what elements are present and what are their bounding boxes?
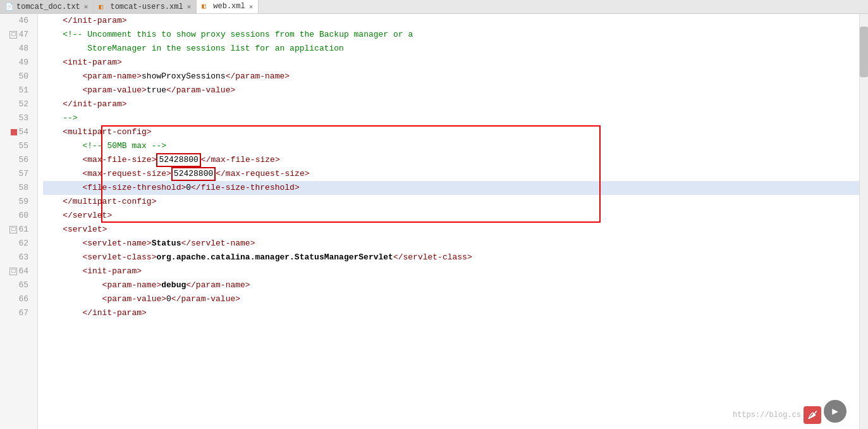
code-line-47: <!-- Uncomment this to show proxy sessio… [43,28,859,42]
code-line-67: </init-param> [43,306,859,320]
line-num-51: 51 [0,84,32,97]
line-num-46: 46 [0,14,32,28]
code-line-53: --> [43,111,859,125]
line-numbers: 46 □ 47 48 49 50 51 52 53 54 55 56 57 58… [0,14,38,429]
fold-icon-47[interactable]: □ [9,31,17,39]
code-content[interactable]: </init-param> <!-- Uncomment this to sho… [38,14,859,429]
code-line-65: <param-name>debug</param-name> [43,278,859,292]
code-line-60: </servlet> [43,209,859,223]
watermark-text: https://blog.cs [733,411,801,420]
line-num-48: 48 [0,42,32,56]
code-line-62: <servlet-name>Status</servlet-name> [43,237,859,251]
line-num-64: □ 64 [0,264,32,278]
code-line-59: </multipart-config> [43,195,859,209]
line-num-55: 55 [0,139,32,153]
fold-icon-64[interactable]: □ [9,268,17,275]
code-line-50: <param-name>showProxySessions</param-nam… [43,70,859,84]
code-line-51: <param-value>true</param-value> [43,84,859,97]
line-num-61: □ 61 [0,223,32,237]
fold-icon-61[interactable]: □ [9,226,17,233]
max-request-size-value: 52428800 [171,167,216,181]
line-num-54: 54 [0,125,32,139]
watermark-icon: 🌶 [804,406,821,424]
tab-tomcat-doc-close[interactable]: ✕ [84,3,89,11]
line-num-58: 58 [0,181,32,195]
line-num-62: 62 [0,237,32,251]
tab-tomcat-users-label: tomcat-users.xml [110,3,183,11]
tab-bar: 📄 tomcat_doc.txt ✕ ◧ tomcat-users.xml ✕ … [0,0,868,14]
xml-icon-2: ◧ [202,2,211,11]
tab-tomcat-users-close[interactable]: ✕ [187,3,192,11]
scrollbar[interactable] [859,14,868,429]
tab-web-xml[interactable]: ◧ web.xml ✕ [197,0,259,13]
code-area: 46 □ 47 48 49 50 51 52 53 54 55 56 57 58… [0,14,868,429]
line-num-57: 57 [0,167,32,181]
scrollbar-thumb[interactable] [860,27,868,77]
code-line-55: <!-- 50MB max --> [43,139,859,153]
code-line-56: <max-file-size>52428800</max-file-size> [43,153,859,167]
code-line-58: <file-size-threshold>0</file-size-thresh… [43,181,859,195]
line-num-56: 56 [0,153,32,167]
xml-icon-1: ◧ [99,3,107,11]
nav-next-button[interactable]: ▶ [824,400,847,423]
code-line-52: </init-param> [43,97,859,111]
code-line-54: <multipart-config> [43,125,859,139]
tab-web-xml-close[interactable]: ✕ [249,3,254,11]
code-line-64: <init-param> [43,264,859,278]
code-line-66: <param-value>0</param-value> [43,292,859,306]
tab-tomcat-users[interactable]: ◧ tomcat-users.xml ✕ [94,0,197,13]
error-mark-54 [11,129,17,135]
code-line-49: <init-param> [43,56,859,70]
max-file-size-value: 52428800 [156,153,200,167]
code-line-57: <max-request-size>52428800</max-request-… [43,167,859,181]
code-line-46: </init-param> [43,14,859,28]
code-line-48: StoreManager in the sessions list for an… [43,42,859,56]
tab-tomcat-doc-label: tomcat_doc.txt [16,3,80,11]
code-line-63: <servlet-class>org.apache.catalina.manag… [43,251,859,264]
line-num-47: □ 47 [0,28,32,42]
line-num-65: 65 [0,278,32,292]
code-line-61: <servlet> [43,223,859,237]
line-num-66: 66 [0,292,32,306]
line-num-52: 52 [0,97,32,111]
line-num-50: 50 [0,70,32,84]
tab-web-xml-label: web.xml [213,2,245,11]
line-num-60: 60 [0,209,32,223]
line-num-53: 53 [0,111,32,125]
doc-icon: 📄 [5,3,14,11]
watermark: https://blog.cs 🌶 [733,406,821,424]
nav-next-icon: ▶ [832,405,838,418]
tab-tomcat-doc[interactable]: 📄 tomcat_doc.txt ✕ [0,0,94,13]
line-num-67: 67 [0,306,32,320]
line-num-63: 63 [0,251,32,264]
line-num-49: 49 [0,56,32,70]
editor-container: 📄 tomcat_doc.txt ✕ ◧ tomcat-users.xml ✕ … [0,0,868,429]
line-num-59: 59 [0,195,32,209]
